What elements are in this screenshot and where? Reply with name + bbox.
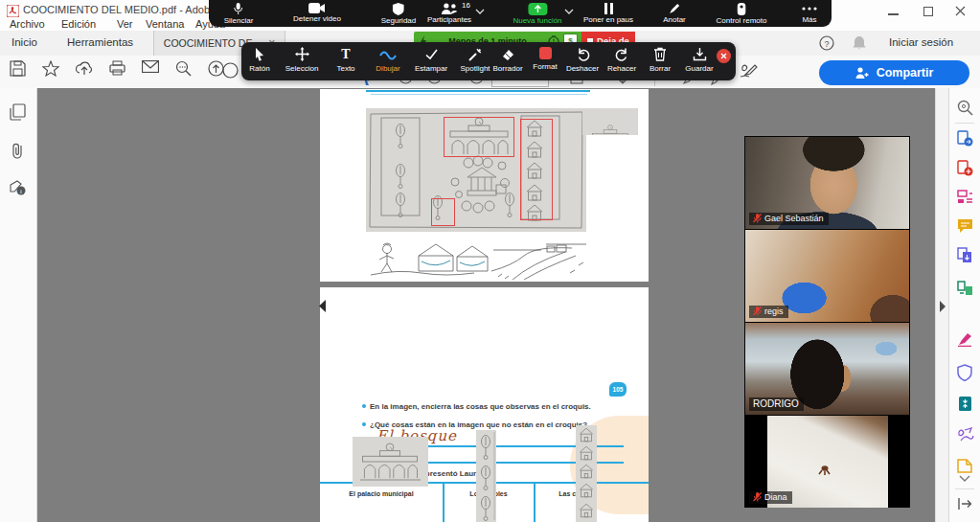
tab-herramientas[interactable]: Herramientas xyxy=(67,36,133,48)
table-divider-1 xyxy=(443,482,444,522)
sidebar-divider-2 xyxy=(955,488,974,489)
more-button[interactable]: Más xyxy=(802,3,817,24)
new-feature-button[interactable]: Nueva función xyxy=(513,3,561,25)
stamps-icon[interactable]: i xyxy=(9,180,27,196)
search-tools-icon[interactable] xyxy=(957,100,973,116)
muted-mic-icon xyxy=(753,306,762,316)
minimize-button[interactable] xyxy=(888,13,899,15)
pause-share-button[interactable]: Poner en paus xyxy=(583,3,633,24)
color-swatch-icon xyxy=(539,47,552,59)
croquis-fragment-image xyxy=(582,108,638,135)
sidebar-divider xyxy=(955,123,974,124)
close-annotation-button[interactable] xyxy=(717,49,731,63)
video-tile-regis[interactable]: regis xyxy=(745,230,909,323)
trees-sketch-cell xyxy=(476,430,496,522)
svg-text:i: i xyxy=(20,188,22,194)
select-tool-button[interactable]: Seleccion xyxy=(280,47,324,73)
menu-edicion[interactable]: Edición xyxy=(61,18,96,30)
search-icon[interactable] xyxy=(175,60,192,77)
menu-ver[interactable]: Ver xyxy=(117,18,133,30)
people-icon xyxy=(441,3,458,14)
stop-video-button[interactable]: Detener video xyxy=(293,3,341,23)
bell-icon[interactable] xyxy=(853,35,866,51)
collapse-panel-icon[interactable] xyxy=(958,498,971,510)
video-tile-diana[interactable]: Diana xyxy=(745,416,909,508)
star-icon[interactable] xyxy=(42,60,59,77)
fill-sign-icon[interactable] xyxy=(740,60,759,79)
remote-control-button[interactable]: Control remoto xyxy=(717,3,767,25)
trees-sketch xyxy=(476,430,496,522)
chevron-down-icon[interactable] xyxy=(959,475,970,482)
organize-pages-icon[interactable] xyxy=(957,281,973,296)
page-number-badge: 105 xyxy=(609,382,627,397)
microphone-icon xyxy=(233,3,244,15)
participant-name-label: Diana xyxy=(749,491,792,504)
camera-icon xyxy=(309,3,326,13)
mute-chevron-icon[interactable] xyxy=(475,9,485,14)
save-annotation-button[interactable]: Guardar xyxy=(677,47,721,73)
croquis-fragment-sketch xyxy=(582,108,638,135)
text-tool-button[interactable]: T Texto xyxy=(324,47,368,73)
expand-panel-arrow[interactable] xyxy=(939,301,946,312)
trash-icon xyxy=(653,47,667,61)
share-button[interactable]: Compartir xyxy=(819,60,969,85)
tab-inicio[interactable]: Inicio xyxy=(11,36,37,48)
menu-ventana[interactable]: Ventana xyxy=(146,18,184,30)
scrollbar-track[interactable] xyxy=(935,88,949,522)
menu-archivo[interactable]: Archivo xyxy=(10,18,45,30)
hand-tool-icon[interactable] xyxy=(222,62,239,79)
green-up-arrow-icon xyxy=(528,3,547,15)
video-tile-gael[interactable]: Gael Sebastián xyxy=(745,137,909,230)
compress-pdf-icon[interactable] xyxy=(957,396,973,412)
protect-icon[interactable] xyxy=(957,364,972,381)
previous-page-arrow[interactable] xyxy=(318,300,327,312)
attachments-icon[interactable] xyxy=(11,142,25,160)
cloud-upload-icon[interactable] xyxy=(76,60,93,76)
svg-text:?: ? xyxy=(824,39,829,49)
stamp-tool-button[interactable]: Estampar xyxy=(409,47,453,73)
video-chevron-icon[interactable] xyxy=(564,9,574,14)
create-pdf-icon[interactable] xyxy=(957,160,973,176)
more-tools-icon[interactable] xyxy=(957,459,972,473)
redo-icon xyxy=(615,47,629,61)
export-pdf-icon[interactable] xyxy=(957,130,973,147)
security-button[interactable]: Seguridad xyxy=(381,3,416,25)
annotation-rect-tree xyxy=(431,198,455,226)
help-icon[interactable]: ? xyxy=(819,35,834,51)
annotation-rect-houses xyxy=(520,119,553,220)
video-tile-rodrigo[interactable]: RODRIGO xyxy=(745,323,909,416)
edit-pdf-icon[interactable] xyxy=(957,190,973,204)
mouse-tool-button[interactable]: Ratón xyxy=(238,47,282,73)
undo-button[interactable]: Deshacer xyxy=(560,47,604,73)
palace-sketch-cell xyxy=(353,437,428,487)
right-tools-sidebar xyxy=(948,88,980,522)
email-icon[interactable] xyxy=(142,60,159,73)
ellipsis-icon xyxy=(802,3,817,14)
laser-pointer-icon xyxy=(468,47,483,61)
muted-mic-icon xyxy=(753,492,762,502)
combine-files-icon[interactable] xyxy=(957,247,973,263)
check-icon xyxy=(424,47,439,61)
annotate-button[interactable]: Anotar xyxy=(663,3,686,24)
clear-button[interactable]: Borrar xyxy=(638,47,682,73)
pdf-page-1 xyxy=(320,89,649,282)
print-icon[interactable] xyxy=(109,60,125,76)
video-participants-panel: Gael Sebastián regis RODRIGO Diana xyxy=(744,136,910,508)
palace-sketch xyxy=(353,437,428,487)
comment-icon[interactable] xyxy=(957,218,973,234)
undo-icon xyxy=(576,47,590,61)
signin-link[interactable]: Iniciar sesión xyxy=(889,36,953,48)
maximize-button[interactable] xyxy=(923,7,933,16)
pencil-icon xyxy=(669,3,680,14)
fill-sign-icon-sidebar[interactable] xyxy=(957,427,974,443)
close-button[interactable] xyxy=(955,6,966,16)
save-icon[interactable] xyxy=(10,60,26,77)
draw-tool-button[interactable]: Dibujar xyxy=(366,47,410,73)
mute-button[interactable]: Silenciar xyxy=(224,3,254,25)
page-thumbnails-icon[interactable] xyxy=(10,103,26,121)
town-illustration xyxy=(369,237,589,280)
table-header-palacio: El palacio municipal xyxy=(349,490,413,497)
acrobat-logo xyxy=(7,5,19,17)
cursor-icon xyxy=(253,47,266,61)
redact-icon[interactable] xyxy=(957,332,973,347)
